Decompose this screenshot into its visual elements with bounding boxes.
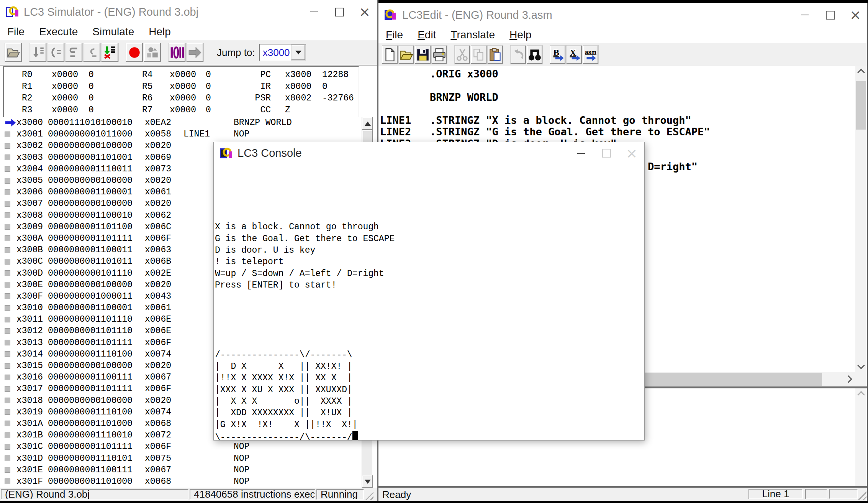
scroll-down-button[interactable] [362, 475, 373, 488]
breakpoint-marker[interactable] [0, 398, 16, 403]
breakpoint-marker[interactable] [0, 455, 16, 461]
simulator-maximize-button[interactable] [327, 0, 352, 24]
scroll-right-button[interactable] [841, 372, 856, 386]
breakpoint-marker[interactable] [0, 247, 16, 253]
step-over-button[interactable] [47, 43, 65, 62]
memory-row[interactable]: x301D0000000001110101x0075NOP [0, 452, 362, 464]
message-pane-scrollbar[interactable] [855, 388, 867, 486]
breakpoint-marker[interactable] [0, 178, 16, 184]
step-in-button[interactable] [83, 43, 101, 62]
menu-simulate[interactable]: Simulate [85, 26, 141, 38]
scroll-up-button[interactable] [855, 66, 867, 79]
breakpoint-marker[interactable] [0, 270, 16, 276]
editor-close-button[interactable]: × [843, 3, 868, 27]
breakpoint-marker[interactable] [0, 212, 16, 218]
memory-address: x3016 [16, 372, 48, 382]
editor-maximize-button[interactable] [817, 3, 843, 27]
scroll-down-button[interactable] [855, 359, 867, 372]
breakpoint-marker[interactable] [0, 409, 16, 415]
breakpoint-marker[interactable] [0, 293, 16, 299]
breakpoint-marker[interactable] [0, 189, 16, 195]
new-button[interactable] [382, 45, 398, 64]
step-list-button[interactable] [29, 43, 47, 62]
console-titlebar[interactable]: LC3 Console × [214, 142, 644, 164]
breakpoint-marker[interactable] [0, 363, 16, 369]
menu-edit[interactable]: Edit [410, 29, 443, 41]
load-program-button[interactable] [101, 43, 119, 62]
save-button[interactable] [415, 45, 431, 64]
step-out-button[interactable] [65, 43, 83, 62]
menu-file[interactable]: File [378, 29, 410, 41]
editor-titlebar[interactable]: LC3Edit - (ENG) Round 3.asm × [378, 3, 868, 27]
open-file-button[interactable] [5, 43, 22, 62]
console-minimize-button[interactable] [568, 142, 594, 164]
resize-grip[interactable] [364, 490, 373, 500]
open-button[interactable] [398, 45, 414, 64]
breakpoint-marker[interactable] [0, 432, 16, 438]
breakpoint-marker[interactable] [0, 259, 16, 265]
simulator-titlebar[interactable]: LC3 Simulator - (ENG) Round 3.obj × [0, 0, 377, 24]
simulator-menubar: FileExecuteSimulateHelp [0, 24, 377, 40]
breakpoint-marker[interactable] [0, 444, 16, 450]
to-hex-button[interactable]: X [566, 45, 582, 64]
text-cursor [352, 431, 358, 440]
find-button[interactable] [527, 45, 543, 64]
simulator-close-button[interactable]: × [352, 0, 377, 24]
undo-button[interactable] [510, 45, 526, 64]
memory-row[interactable]: x301F0000000001101000x0068NOP [0, 476, 362, 487]
register-dec-value: 0 [206, 105, 211, 115]
memory-row[interactable]: x30000000111010100010x0EA2BRNZP WORLD [0, 117, 362, 128]
editor-vscrollbar[interactable] [855, 66, 867, 372]
jump-to-combobox[interactable]: x3000 [259, 44, 306, 61]
breakpoint-marker[interactable] [0, 235, 16, 241]
breakpoint-marker[interactable] [0, 421, 16, 426]
breakpoint-marker[interactable] [0, 282, 16, 288]
console-output[interactable]: X is a block. Cannot go throughG is the … [214, 164, 644, 440]
breakpoint-marker[interactable] [0, 351, 16, 357]
jump-to-value[interactable]: x3000 [260, 47, 291, 59]
breakpoint-marker[interactable] [0, 166, 16, 172]
breakpoint-marker[interactable] [0, 375, 16, 380]
scroll-up-button[interactable] [362, 117, 373, 130]
memory-row[interactable]: x301C0000000001101111x006FNOP [0, 441, 362, 452]
io-bars-button[interactable] [168, 43, 186, 62]
breakpoint-marker[interactable] [0, 328, 16, 334]
combo-dropdown-button[interactable] [291, 44, 306, 61]
scroll-up-button[interactable] [855, 388, 867, 401]
copy-button[interactable] [471, 45, 487, 64]
menu-help[interactable]: Help [141, 26, 178, 38]
breakpoint-marker[interactable] [0, 132, 16, 137]
assemble-button[interactable]: asm [583, 45, 599, 64]
memory-row[interactable]: x30010000000001011000x0058LINE1NOP [0, 128, 362, 140]
menu-execute[interactable]: Execute [32, 26, 85, 38]
menu-help[interactable]: Help [502, 29, 539, 41]
continue-button[interactable] [186, 43, 204, 62]
menu-file[interactable]: File [0, 26, 32, 38]
memory-row[interactable]: x301E0000000001100111x0067NOP [0, 464, 362, 476]
breakpoint-marker[interactable] [0, 386, 16, 392]
reset-button[interactable] [144, 43, 161, 62]
stop-button[interactable] [126, 43, 143, 62]
breakpoint-marker[interactable] [0, 467, 16, 473]
simulator-minimize-button[interactable] [301, 0, 327, 24]
memory-binary: 0000000001100001 [48, 303, 145, 313]
cut-button[interactable] [454, 45, 470, 64]
print-button[interactable] [431, 45, 447, 64]
menu-translate[interactable]: Translate [443, 29, 502, 41]
to-binary-button[interactable]: B [550, 45, 566, 64]
breakpoint-marker[interactable] [0, 478, 16, 484]
breakpoint-marker[interactable] [0, 201, 16, 207]
breakpoint-marker[interactable] [0, 155, 16, 160]
breakpoint-marker[interactable] [0, 224, 16, 230]
register-name: PSR [239, 93, 271, 103]
editor-minimize-button[interactable] [792, 3, 817, 27]
memory-address: x301E [16, 465, 48, 475]
lc3-simulator-icon [5, 5, 19, 19]
editor-menubar: FileEditTranslateHelp [378, 27, 868, 43]
breakpoint-marker[interactable] [0, 317, 16, 322]
breakpoint-marker[interactable] [0, 143, 16, 149]
breakpoint-marker[interactable] [0, 340, 16, 345]
scrollbar-thumb[interactable] [856, 81, 866, 130]
breakpoint-marker[interactable] [0, 305, 16, 311]
paste-button[interactable] [487, 45, 503, 64]
